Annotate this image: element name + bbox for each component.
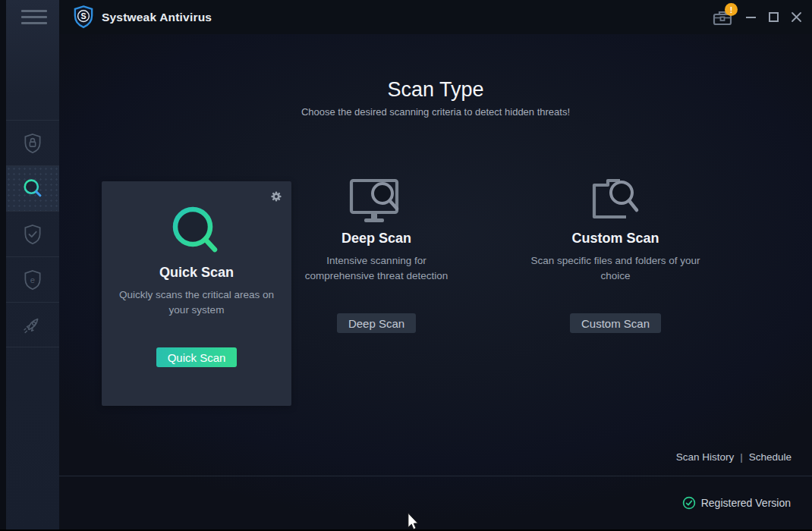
sidebar-item-optimizer[interactable] — [6, 302, 59, 347]
titlebar: S Systweak Antivirus ! — [59, 0, 812, 34]
shield-e-icon: e — [21, 269, 44, 291]
minimize-button[interactable] — [739, 0, 762, 34]
quick-scan-card[interactable]: Quick Scan Quickly scans the critical ar… — [102, 181, 291, 406]
menu-button[interactable] — [21, 10, 47, 24]
custom-scan-section: Custom Scan Scan specific files and fold… — [524, 147, 707, 372]
search-icon — [21, 178, 44, 200]
deep-scan-section: Deep Scan Intensive scanning for compreh… — [285, 147, 467, 372]
close-icon — [791, 11, 802, 23]
app-title: Systweak Antivirus — [102, 0, 212, 34]
footer-divider — [59, 476, 812, 476]
page-head: Scan Type Choose the desired scanning cr… — [59, 78, 812, 118]
rocket-icon — [21, 313, 44, 336]
sidebar-item-scan[interactable] — [6, 165, 59, 211]
card-description: Intensive scanning for comprehensive thr… — [285, 253, 467, 284]
svg-text:e: e — [30, 275, 35, 284]
deep-scan-button[interactable]: Deep Scan — [337, 313, 416, 333]
schedule-link[interactable]: Schedule — [749, 451, 792, 463]
folder-magnifier-icon — [588, 178, 643, 225]
window-edge-strip — [0, 0, 6, 531]
app-window: S Systweak Antivirus ! — [0, 0, 812, 531]
scan-history-link[interactable]: Scan History — [676, 451, 735, 463]
window-controls: ! — [706, 0, 812, 34]
sidebar-item-status[interactable] — [6, 211, 59, 256]
card-description: Scan specific files and folders of your … — [524, 253, 707, 284]
card-description: Quickly scans the critical areas on your… — [102, 287, 291, 318]
sidebar-item-web-protection[interactable]: e — [6, 256, 59, 302]
registered-version-status: Registered Version — [682, 496, 791, 510]
toolbox-notification-button[interactable]: ! — [706, 0, 739, 34]
maximize-button[interactable] — [762, 0, 785, 34]
sidebar-item-protection[interactable] — [6, 120, 59, 165]
card-title: Deep Scan — [285, 231, 467, 247]
page-title: Scan Type — [59, 78, 812, 102]
sidebar: e — [0, 0, 59, 531]
systweak-shield-logo-icon: S — [72, 5, 95, 29]
shield-lock-icon — [21, 132, 44, 155]
quick-scan-button[interactable]: Quick Scan — [156, 347, 238, 367]
check-circle-icon — [682, 496, 696, 510]
notification-badge: ! — [725, 3, 738, 16]
footer-links: Scan History | Schedule — [676, 451, 792, 463]
custom-scan-button[interactable]: Custom Scan — [570, 313, 661, 333]
svg-text:S: S — [80, 11, 86, 20]
close-button[interactable] — [785, 0, 807, 34]
magnifier-icon — [170, 206, 223, 259]
page-subtitle: Choose the desired scanning criteria to … — [59, 106, 812, 118]
link-separator: | — [740, 451, 743, 463]
card-title: Custom Scan — [524, 231, 707, 247]
sidebar-nav: e — [6, 120, 59, 347]
monitor-magnifier-icon — [348, 178, 405, 226]
card-title: Quick Scan — [102, 265, 291, 281]
minimize-icon — [746, 17, 756, 18]
maximize-icon — [769, 12, 779, 22]
registered-version-label: Registered Version — [701, 497, 791, 509]
shield-check-icon — [21, 223, 44, 246]
hamburger-icon — [21, 10, 47, 12]
gear-icon[interactable] — [269, 190, 283, 203]
